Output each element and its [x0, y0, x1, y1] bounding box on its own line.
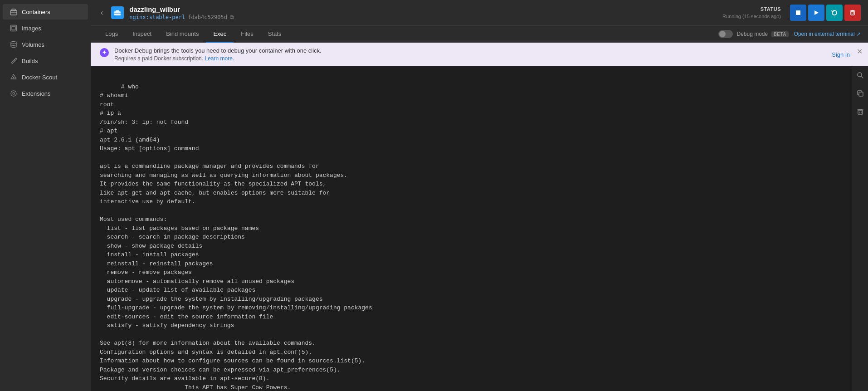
sidebar: Containers Images Volumes Builds	[0, 0, 91, 391]
svg-rect-1	[12, 9, 15, 11]
images-icon	[10, 24, 17, 32]
tab-bind-mounts[interactable]: Bind mounts	[159, 26, 206, 43]
debug-banner: ✦ Docker Debug brings the tools you need…	[91, 43, 868, 66]
banner-icon: ✦	[100, 48, 109, 57]
learn-more-link[interactable]: Learn more.	[205, 55, 234, 62]
action-buttons	[790, 5, 861, 21]
terminal-output[interactable]: # who # whoami root # ip a /bin/sh: 3: i…	[91, 66, 852, 391]
delete-button[interactable]	[844, 5, 861, 21]
sidebar-item-volumes-label: Volumes	[22, 41, 44, 48]
svg-rect-13	[796, 10, 800, 15]
tab-inspect[interactable]: Inspect	[125, 26, 159, 43]
banner-title: Docker Debug brings the tools you need t…	[114, 47, 826, 54]
terminal-toolbar	[852, 66, 868, 391]
svg-rect-21	[859, 92, 863, 96]
terminal-copy-button[interactable]	[855, 88, 866, 99]
svg-point-8	[11, 91, 16, 96]
terminal-area: # who # whoami root # ip a /bin/sh: 3: i…	[91, 66, 868, 391]
svg-rect-11	[116, 10, 119, 12]
sidebar-item-images-label: Images	[22, 25, 41, 32]
banner-text: Docker Debug brings the tools you need t…	[114, 47, 826, 62]
terminal-clear-button[interactable]	[855, 106, 866, 117]
restart-button[interactable]	[826, 5, 843, 21]
tab-exec[interactable]: Exec	[206, 26, 234, 43]
beta-badge: BETA	[771, 31, 788, 37]
back-button[interactable]: ‹	[98, 8, 106, 18]
status-area: STATUS Running (15 seconds ago)	[722, 6, 781, 19]
sidebar-item-images[interactable]: Images	[3, 20, 88, 36]
sidebar-item-docker-scout[interactable]: Docker Scout	[3, 69, 88, 85]
svg-point-5	[11, 42, 16, 44]
container-id-row: nginx:stable-perl fdab4c52905d ⧉	[129, 14, 717, 20]
sign-in-button[interactable]: Sign in	[832, 51, 850, 58]
sidebar-item-extensions[interactable]: Extensions	[3, 86, 88, 101]
image-link[interactable]: nginx:stable-perl	[129, 14, 185, 20]
volumes-icon	[10, 41, 17, 48]
containers-icon	[10, 8, 17, 15]
banner-subtitle: Requires a paid Docker subscription. Lea…	[114, 55, 826, 62]
container-id: fdab4c52905d	[188, 14, 227, 20]
sidebar-item-builds[interactable]: Builds	[3, 53, 88, 68]
tab-files[interactable]: Files	[234, 26, 260, 43]
docker-scout-icon	[10, 73, 17, 81]
copy-id-button[interactable]: ⧉	[230, 14, 234, 20]
tab-right-area: Debug mode BETA Open in external termina…	[718, 30, 861, 38]
svg-point-9	[13, 93, 15, 94]
banner-close-button[interactable]: ✕	[857, 47, 863, 56]
container-name: dazzling_wilbur	[129, 5, 717, 13]
tabs-bar: Logs Inspect Bind mounts Exec Files Stat…	[91, 26, 868, 43]
debug-mode-toggle[interactable]	[718, 30, 733, 38]
svg-rect-22	[858, 110, 863, 114]
container-info: dazzling_wilbur nginx:stable-perl fdab4c…	[129, 5, 717, 20]
tab-logs[interactable]: Logs	[98, 26, 125, 43]
sidebar-item-docker-scout-label: Docker Scout	[22, 74, 57, 81]
run-button[interactable]	[808, 5, 824, 21]
svg-line-20	[861, 76, 863, 78]
svg-marker-14	[814, 10, 819, 15]
builds-icon	[10, 57, 17, 64]
sidebar-item-builds-label: Builds	[22, 58, 38, 64]
sidebar-item-extensions-label: Extensions	[22, 90, 51, 97]
svg-point-7	[13, 77, 15, 78]
status-label: STATUS	[761, 6, 781, 12]
container-logo	[111, 6, 124, 19]
sidebar-item-containers[interactable]: Containers	[3, 4, 88, 20]
tab-stats[interactable]: Stats	[261, 26, 289, 43]
debug-mode-label: Debug mode	[736, 31, 768, 37]
terminal-text: # who # whoami root # ip a /bin/sh: 3: i…	[100, 83, 372, 391]
svg-rect-4	[12, 26, 15, 30]
status-text: Running (15 seconds ago)	[722, 14, 781, 19]
container-header: ‹ dazzling_wilbur nginx:stable-perl fdab…	[91, 0, 868, 26]
main-content: ‹ dazzling_wilbur nginx:stable-perl fdab…	[91, 0, 868, 391]
stop-button[interactable]	[790, 5, 806, 21]
svg-rect-16	[851, 11, 854, 15]
extensions-icon	[10, 90, 17, 97]
sidebar-item-containers-label: Containers	[22, 9, 50, 15]
terminal-search-button[interactable]	[855, 70, 866, 81]
open-external-link[interactable]: Open in external terminal ↗	[794, 31, 861, 37]
sidebar-item-volumes[interactable]: Volumes	[3, 37, 88, 52]
debug-mode-row: Debug mode BETA	[718, 30, 788, 38]
